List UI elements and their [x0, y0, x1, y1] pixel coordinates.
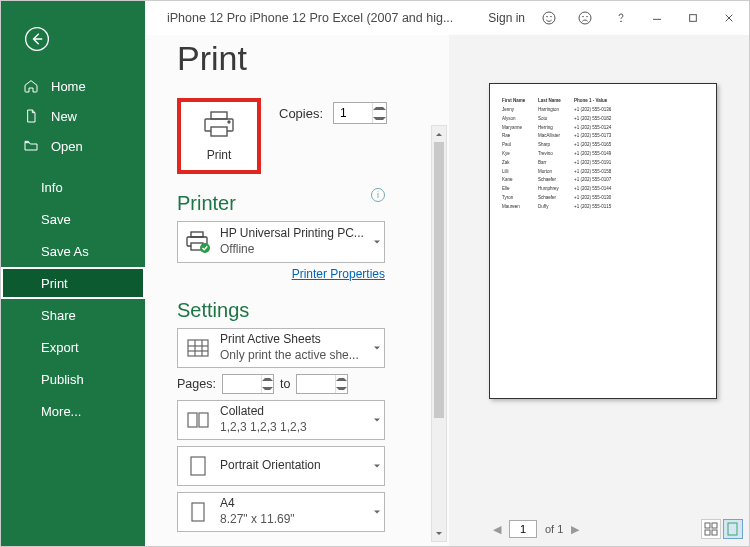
chevron-down-icon [374, 511, 380, 514]
chevron-down-icon [374, 347, 380, 350]
nav-home[interactable]: Home [1, 71, 145, 101]
table-row: AlysonSoto+1 (202) 555-0182 [502, 116, 704, 121]
nav-print[interactable]: Print [1, 267, 145, 299]
svg-point-2 [551, 16, 552, 17]
copies-steppers[interactable] [372, 103, 386, 123]
nav-label: Info [41, 180, 63, 195]
nav-label: Share [41, 308, 76, 323]
table-row: KyeTrevino+1 (202) 555-0149 [502, 151, 704, 156]
copies-spinner[interactable]: 1 [333, 102, 387, 124]
nav-label: Save [41, 212, 71, 227]
printer-heading: Printer [177, 192, 236, 215]
zoom-to-page-button[interactable] [723, 519, 743, 539]
table-row: TyronSchaefer+1 (202) 555-0130 [502, 195, 704, 200]
scroll-thumb[interactable] [434, 142, 444, 418]
printer-status: Offline [220, 242, 364, 258]
svg-rect-13 [211, 112, 227, 119]
preview-page: First Name Last Name Phone 1 - Value Jen… [489, 83, 717, 399]
svg-rect-29 [705, 523, 710, 528]
maximize-button[interactable] [675, 1, 711, 35]
pages-to[interactable] [296, 374, 348, 394]
page-title: Print [177, 39, 425, 78]
show-margins-button[interactable] [701, 519, 721, 539]
sheets-icon [184, 334, 212, 362]
prev-page-button[interactable]: ◀ [489, 523, 505, 536]
svg-rect-17 [191, 232, 203, 237]
nav-publish[interactable]: Publish [1, 363, 145, 395]
page-icon [184, 498, 212, 526]
preview-pager: ◀ 1 of 1 ▶ [449, 518, 749, 540]
chevron-down-icon [374, 241, 380, 244]
nav-export[interactable]: Export [1, 331, 145, 363]
titlebar-right: Sign in [482, 1, 749, 35]
close-button[interactable] [711, 1, 747, 35]
col-header: Phone 1 - Value [574, 98, 612, 103]
window-title: iPhone 12 Pro iPhone 12 Pro Excel (2007 … [145, 11, 482, 25]
nav-info[interactable]: Info [1, 171, 145, 203]
minimize-button[interactable] [639, 1, 675, 35]
paper-size-selector[interactable]: A48.27" x 11.69" [177, 492, 385, 532]
copies-label: Copies: [279, 106, 323, 121]
collation-sub: 1,2,3 1,2,3 1,2,3 [220, 420, 307, 436]
print-what-title: Print Active Sheets [220, 332, 359, 348]
svg-rect-20 [188, 340, 208, 356]
settings-scrollbar[interactable] [431, 125, 447, 542]
collation-title: Collated [220, 404, 307, 420]
current-page-input[interactable]: 1 [509, 520, 537, 538]
smile-icon[interactable] [531, 1, 567, 35]
svg-point-0 [543, 12, 555, 24]
svg-point-15 [228, 121, 230, 123]
printer-status-icon [184, 228, 212, 256]
print-what-selector[interactable]: Print Active SheetsOnly print the active… [177, 328, 385, 368]
nav-label: New [51, 109, 77, 124]
nav-label: Save As [41, 244, 89, 259]
table-row: MaryanneHerring+1 (202) 555-0124 [502, 125, 704, 130]
print-what-sub: Only print the active she... [220, 348, 359, 364]
back-button[interactable] [19, 21, 55, 57]
table-row: PaulSharp+1 (202) 555-0165 [502, 142, 704, 147]
print-button[interactable]: Print [177, 98, 261, 174]
pages-label: Pages: [177, 377, 216, 391]
svg-rect-27 [191, 457, 205, 475]
sign-in-link[interactable]: Sign in [482, 11, 531, 25]
help-icon[interactable] [603, 1, 639, 35]
title-bar: iPhone 12 Pro iPhone 12 Pro Excel (2007 … [145, 1, 749, 35]
table-row: MaureenDuffy+1 (202) 555-0115 [502, 204, 704, 209]
col-header: Last Name [538, 98, 566, 103]
print-preview: First Name Last Name Phone 1 - Value Jen… [449, 35, 749, 546]
table-row: LilliMorton+1 (202) 555-0158 [502, 169, 704, 174]
svg-rect-30 [712, 523, 717, 528]
scroll-up-icon[interactable] [432, 126, 446, 142]
orientation-selector[interactable]: Portrait Orientation [177, 446, 385, 486]
paper-title: A4 [220, 496, 295, 512]
nav-save[interactable]: Save [1, 203, 145, 235]
table-row: KaneSchaefer+1 (202) 555-0107 [502, 177, 704, 182]
collation-selector[interactable]: Collated1,2,3 1,2,3 1,2,3 [177, 400, 385, 440]
nav-saveas[interactable]: Save As [1, 235, 145, 267]
printer-icon [202, 110, 236, 138]
nav-more[interactable]: More... [1, 395, 145, 427]
printer-info-icon[interactable]: i [371, 188, 385, 202]
nav-share[interactable]: Share [1, 299, 145, 331]
orientation-title: Portrait Orientation [220, 458, 321, 474]
pages-from[interactable] [222, 374, 274, 394]
copies-value[interactable]: 1 [334, 103, 372, 123]
next-page-button[interactable]: ▶ [567, 523, 583, 536]
printer-selector[interactable]: HP Universal Printing PC...Offline [177, 221, 385, 263]
printer-properties-link[interactable]: Printer Properties [177, 267, 385, 281]
svg-rect-31 [705, 530, 710, 535]
home-icon [23, 78, 39, 94]
new-icon [23, 108, 39, 124]
frown-icon[interactable] [567, 1, 603, 35]
scroll-down-icon[interactable] [432, 525, 446, 541]
table-row: RaeMacAllister+1 (202) 555-0173 [502, 133, 704, 138]
svg-point-5 [587, 16, 588, 17]
table-row: ZakBarr+1 (202) 555-0191 [502, 160, 704, 165]
svg-point-4 [583, 16, 584, 17]
nav-label: Home [51, 79, 86, 94]
pages-to-label: to [280, 377, 290, 391]
printer-name: HP Universal Printing PC... [220, 226, 364, 242]
print-button-label: Print [207, 148, 232, 162]
nav-new[interactable]: New [1, 101, 145, 131]
nav-open[interactable]: Open [1, 131, 145, 161]
